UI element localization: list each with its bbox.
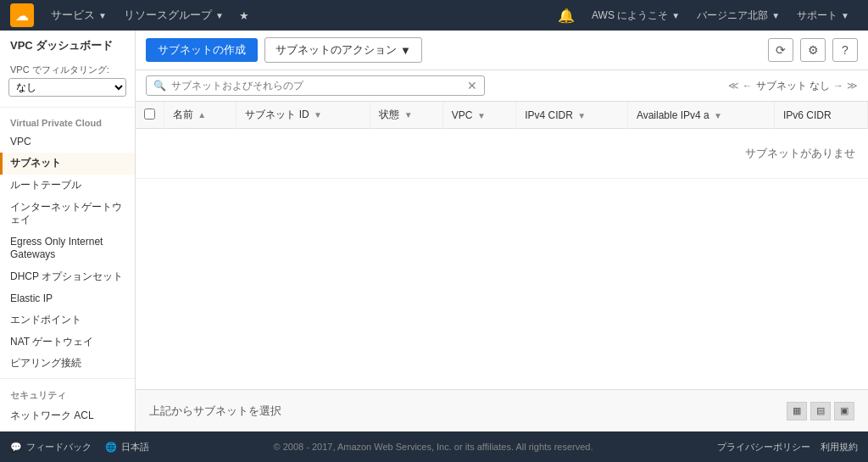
language-label: 日本語 (121, 441, 149, 454)
sidebar-item-endpoints[interactable]: エンドポイント (0, 309, 135, 331)
pagination-last[interactable]: ≫ (847, 80, 858, 92)
pagination-first[interactable]: ≪ (728, 80, 739, 92)
nav-region-arrow: ▼ (771, 11, 780, 20)
language-icon: 🌐 (105, 442, 117, 453)
panel-icon-1[interactable]: ▦ (787, 402, 807, 420)
feedback-button[interactable]: 💬 フィードバック (10, 441, 92, 454)
th-name-label: 名前 (173, 109, 193, 120)
nav-support-arrow: ▼ (841, 11, 849, 20)
content-area: サブネットの作成 サブネットのアクション ▼ ⟳ ⚙ ? 🔍 ✕ ≪ ← サブネ… (136, 31, 868, 431)
panel-icon-3[interactable]: ▣ (834, 402, 854, 420)
sidebar-item-igw[interactable]: インターネットゲートウェイ (0, 197, 135, 231)
panel-icon-2[interactable]: ▤ (810, 402, 831, 420)
th-name[interactable]: 名前 ▲ (164, 102, 236, 129)
privacy-policy-link[interactable]: プライバシーポリシー (717, 441, 810, 454)
sidebar-section-security: セキュリティ (0, 382, 135, 405)
bottom-panel-icons: ▦ ▤ ▣ (787, 402, 854, 420)
sidebar-dashboard[interactable]: VPC ダッシュボード (0, 31, 135, 58)
nav-services-arrow: ▼ (98, 11, 107, 20)
sidebar-collapse-button[interactable]: ‹ (135, 214, 136, 248)
sidebar-item-nat[interactable]: NAT ゲートウェイ (0, 331, 135, 353)
table-empty-row: サブネットがありませ (136, 129, 868, 179)
feedback-label: フィードバック (26, 441, 92, 454)
top-nav-right: 🔔 AWS にようこそ ▼ バージニア北部 ▼ サポート ▼ (549, 0, 858, 31)
nav-region[interactable]: バージニア北部 ▼ (688, 0, 788, 31)
table-empty-message: サブネットがありませ (136, 129, 868, 179)
search-input[interactable] (171, 80, 462, 92)
create-subnet-button[interactable]: サブネットの作成 (146, 38, 258, 62)
language-button[interactable]: 🌐 日本語 (105, 441, 149, 454)
th-available-ipv4-label: Available IPv4 a (637, 109, 709, 121)
subnet-actions-label: サブネットのアクション (275, 42, 397, 58)
nav-favorites[interactable]: ★ (232, 9, 256, 22)
select-all-checkbox[interactable] (144, 109, 155, 120)
pagination-next[interactable]: → (833, 80, 843, 92)
th-vpc[interactable]: VPC ▼ (442, 102, 515, 129)
th-name-sort: ▲ (198, 110, 206, 120)
th-vpc-sort: ▼ (477, 111, 486, 120)
search-clear-icon[interactable]: ✕ (467, 79, 477, 92)
settings-button[interactable]: ⚙ (800, 38, 826, 62)
feedback-icon: 💬 (10, 442, 22, 453)
sidebar-item-dhcp[interactable]: DHCP オプションセット (0, 266, 135, 288)
footer-right: プライバシーポリシー 利用規約 (717, 441, 858, 454)
sidebar-filter-select[interactable]: なし (8, 78, 126, 97)
help-button[interactable]: ? (832, 38, 858, 62)
th-ipv4-cidr-label: IPv4 CIDR (525, 109, 573, 121)
th-ipv4-cidr[interactable]: IPv4 CIDR ▼ (516, 102, 628, 129)
sidebar-filter-label: VPC でフィルタリング: (0, 58, 135, 78)
sidebar-item-route-table[interactable]: ルートテーブル (0, 175, 135, 197)
toolbar: サブネットの作成 サブネットのアクション ▼ ⟳ ⚙ ? (136, 31, 868, 70)
notification-bell-icon[interactable]: 🔔 (549, 8, 583, 24)
th-state[interactable]: 状態 ▼ (370, 102, 442, 129)
sidebar-item-network-acl[interactable]: ネットワーク ACL (0, 405, 135, 427)
th-available-ipv4-sort: ▼ (714, 111, 722, 120)
logo-icon: ☁ (15, 8, 29, 24)
sidebar-divider-2 (0, 378, 135, 379)
nav-resource-groups[interactable]: リソースグループ ▼ (115, 0, 232, 31)
sidebar-item-subnet[interactable]: サブネット (0, 153, 135, 175)
subnet-actions-button[interactable]: サブネットのアクション ▼ (264, 37, 422, 63)
th-available-ipv4[interactable]: Available IPv4 a ▼ (627, 102, 774, 129)
pagination-prev[interactable]: ← (743, 80, 753, 92)
refresh-button[interactable]: ⟳ (768, 38, 793, 62)
th-ipv4-cidr-sort: ▼ (577, 111, 586, 120)
nav-account-arrow: ▼ (671, 11, 680, 20)
footer-copyright: © 2008 - 2017, Amazon Web Services, Inc.… (149, 442, 717, 452)
footer-left: 💬 フィードバック 🌐 日本語 (10, 441, 149, 454)
footer: 💬 フィードバック 🌐 日本語 © 2008 - 2017, Amazon We… (0, 431, 868, 462)
nav-services-label: サービス (51, 8, 95, 23)
sidebar: VPC ダッシュボード VPC でフィルタリング: なし Virtual Pri… (0, 31, 136, 431)
th-state-label: 状態 (379, 109, 399, 120)
th-ipv6-cidr: IPv6 CIDR (774, 102, 867, 129)
nav-account[interactable]: AWS にようこそ ▼ (583, 0, 688, 31)
pagination-label: サブネット なし (756, 79, 830, 93)
nav-support-label: サポート (797, 8, 837, 23)
subnet-table: 名前 ▲ サブネット ID ▼ 状態 ▼ VPC (136, 102, 868, 179)
nav-services[interactable]: サービス ▼ (42, 0, 115, 31)
search-icon: 🔍 (153, 80, 166, 92)
th-subnet-id-label: サブネット ID (245, 109, 309, 120)
sidebar-item-egress-igw[interactable]: Egress Only Internet Gateways (0, 231, 135, 266)
sidebar-item-peering[interactable]: ピアリング接続 (0, 353, 135, 375)
top-nav: ☁ サービス ▼ リソースグループ ▼ ★ 🔔 AWS にようこそ ▼ バージニ… (0, 0, 868, 31)
table-container: 名前 ▲ サブネット ID ▼ 状態 ▼ VPC (136, 102, 868, 389)
aws-logo: ☁ (10, 3, 34, 27)
search-bar: 🔍 ✕ ≪ ← サブネット なし → ≫ (136, 70, 868, 102)
sidebar-item-elastic-ip[interactable]: Elastic IP (0, 288, 135, 310)
nav-region-label: バージニア北部 (697, 8, 768, 23)
th-subnet-id[interactable]: サブネット ID ▼ (236, 102, 370, 129)
th-state-sort: ▼ (404, 110, 413, 120)
nav-resource-groups-label: リソースグループ (124, 8, 212, 23)
terms-link[interactable]: 利用規約 (821, 441, 858, 454)
th-subnet-id-sort: ▼ (314, 110, 322, 120)
th-checkbox (136, 102, 164, 129)
th-ipv6-cidr-label: IPv6 CIDR (783, 109, 832, 121)
sidebar-divider-1 (0, 107, 135, 108)
nav-account-label: AWS にようこそ (592, 8, 668, 23)
th-vpc-label: VPC (452, 109, 473, 121)
bottom-panel-text: 上記からサブネットを選択 (149, 404, 281, 419)
sidebar-item-vpc[interactable]: VPC (0, 131, 135, 153)
nav-support[interactable]: サポート ▼ (788, 0, 858, 31)
main-layout: VPC ダッシュボード VPC でフィルタリング: なし Virtual Pri… (0, 31, 868, 431)
